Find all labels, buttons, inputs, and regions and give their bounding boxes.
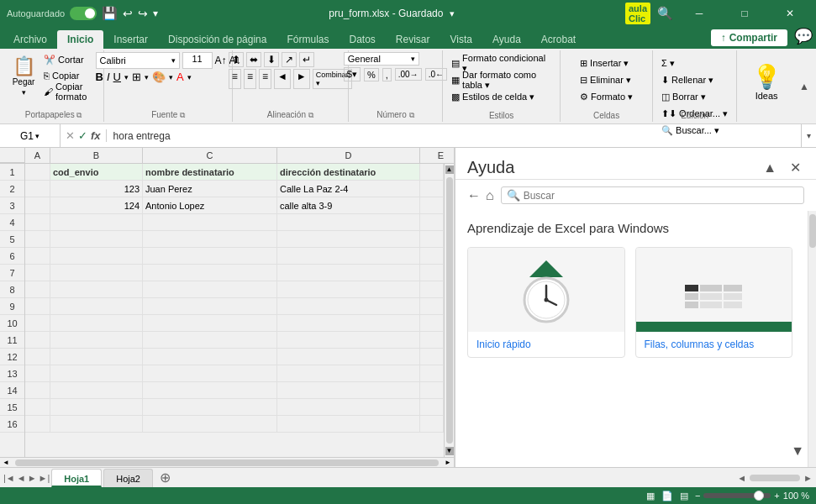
cell-b4[interactable] xyxy=(50,214,143,231)
minimize-button[interactable]: ─ xyxy=(680,0,719,27)
cell-d12[interactable] xyxy=(277,349,420,365)
cell-b16[interactable] xyxy=(50,416,143,433)
row-num-6[interactable]: 6 xyxy=(0,248,24,265)
paste-button[interactable]: 📋 Pegar ▾ xyxy=(8,52,39,101)
help-back-button[interactable]: ← xyxy=(467,188,481,203)
cell-e5[interactable] xyxy=(420,231,444,248)
save-icon[interactable]: 💾 xyxy=(102,6,118,21)
cell-d6[interactable] xyxy=(277,248,420,265)
numero-expand[interactable]: ⧉ xyxy=(409,111,414,119)
cell-a5[interactable] xyxy=(25,231,50,248)
vertical-scrollbar[interactable]: ▲ ▼ xyxy=(444,164,454,457)
cell-a13[interactable] xyxy=(25,365,50,382)
row-num-11[interactable]: 11 xyxy=(0,332,24,349)
align-center[interactable]: ≡ xyxy=(244,69,256,89)
cell-c14[interactable] xyxy=(143,382,277,399)
help-vertical-scrollbar[interactable] xyxy=(808,211,816,467)
italic-button[interactable]: I xyxy=(107,71,110,83)
h-scroll-thumb[interactable] xyxy=(15,459,439,466)
cell-d8[interactable] xyxy=(277,281,420,298)
cell-a11[interactable] xyxy=(25,332,50,349)
col-header-a[interactable]: A xyxy=(25,148,50,163)
cell-c15[interactable] xyxy=(143,399,277,416)
scroll-left-button[interactable]: ◄ xyxy=(0,459,12,466)
cell-b12[interactable] xyxy=(50,349,143,365)
wrap-text[interactable]: ↵ xyxy=(299,52,314,67)
cell-a9[interactable] xyxy=(25,298,50,315)
cell-a3[interactable] xyxy=(25,197,50,214)
autosave-toggle[interactable] xyxy=(70,7,97,20)
cut-button[interactable]: ✂️Cortar xyxy=(40,52,98,67)
cell-c2[interactable]: Juan Perez xyxy=(143,181,277,197)
scroll-down-button[interactable]: ▼ xyxy=(445,447,454,455)
cell-d11[interactable] xyxy=(277,332,420,349)
cell-b5[interactable] xyxy=(50,231,143,248)
align-left[interactable]: ≡ xyxy=(229,69,241,89)
tab-disposicion[interactable]: Disposición de página xyxy=(158,30,276,49)
cell-b13[interactable] xyxy=(50,365,143,382)
align-middle[interactable]: ⬌ xyxy=(246,52,261,67)
cell-b8[interactable] xyxy=(50,281,143,298)
cell-c1[interactable]: nombre destinatario xyxy=(143,164,277,181)
cell-d4[interactable] xyxy=(277,214,420,231)
cell-a2[interactable] xyxy=(25,181,50,197)
tab-formulas[interactable]: Fórmulas xyxy=(276,30,339,49)
cell-e15[interactable] xyxy=(420,399,444,416)
cell-a10[interactable] xyxy=(25,315,50,332)
tab-ayuda[interactable]: Ayuda xyxy=(482,30,531,49)
cell-e9[interactable] xyxy=(420,298,444,315)
fuente-expand[interactable]: ⧉ xyxy=(180,111,185,119)
cell-e16[interactable] xyxy=(420,416,444,433)
cell-d1[interactable]: dirección destinatario xyxy=(277,164,420,181)
number-format-selector[interactable]: General ▾ xyxy=(344,52,419,66)
col-header-d[interactable]: D xyxy=(277,148,420,163)
cell-d14[interactable] xyxy=(277,382,420,399)
cell-a7[interactable] xyxy=(25,265,50,281)
cell-d15[interactable] xyxy=(277,399,420,416)
fill-arrow[interactable]: ▾ xyxy=(169,73,173,81)
cell-b2[interactable]: 123 xyxy=(50,181,143,197)
percent-format[interactable]: % xyxy=(364,68,379,81)
border-arrow[interactable]: ▾ xyxy=(145,73,149,81)
row-num-9[interactable]: 9 xyxy=(0,298,24,315)
cell-d10[interactable] xyxy=(277,315,420,332)
cell-d16[interactable] xyxy=(277,416,420,433)
cell-e3[interactable] xyxy=(420,197,444,214)
normal-view-button[interactable]: ▦ xyxy=(646,491,655,501)
border-button[interactable]: ⊞ xyxy=(132,71,141,83)
cell-e11[interactable] xyxy=(420,332,444,349)
cell-a15[interactable] xyxy=(25,399,50,416)
font-color-button[interactable]: A xyxy=(176,71,184,83)
col-header-e[interactable]: E xyxy=(420,148,455,163)
font-size-selector[interactable]: 11 xyxy=(182,52,213,69)
col-header-b[interactable]: B xyxy=(50,148,143,163)
col-header-c[interactable]: C xyxy=(143,148,277,163)
cell-d9[interactable] xyxy=(277,298,420,315)
underline-button[interactable]: U xyxy=(113,71,121,83)
cell-b14[interactable] xyxy=(50,382,143,399)
font-selector[interactable]: Calibri ▾ xyxy=(96,52,180,69)
page-break-button[interactable]: ▤ xyxy=(680,491,688,501)
help-card-filas[interactable]: Filas, columnas y celdas xyxy=(635,247,793,358)
cell-c10[interactable] xyxy=(143,315,277,332)
cell-b3[interactable]: 124 xyxy=(50,197,143,214)
row-num-5[interactable]: 5 xyxy=(0,231,24,248)
row-num-12[interactable]: 12 xyxy=(0,349,24,365)
comments-button[interactable]: 💬 xyxy=(794,27,813,45)
row-num-14[interactable]: 14 xyxy=(0,382,24,399)
row-num-1[interactable]: 1 xyxy=(0,164,24,181)
help-scroll-thumb[interactable] xyxy=(809,214,816,248)
row-num-2[interactable]: 2 xyxy=(0,181,24,197)
fx-button[interactable]: fx xyxy=(91,129,101,142)
fill-color-button[interactable]: 🎨 xyxy=(152,71,166,83)
formula-expand-button[interactable]: ▾ xyxy=(801,124,816,147)
comma-format[interactable]: , xyxy=(382,68,392,81)
row-num-4[interactable]: 4 xyxy=(0,214,24,231)
sheet-first-button[interactable]: |◄ xyxy=(3,473,15,483)
close-button[interactable]: ✕ xyxy=(771,0,809,27)
cell-b15[interactable] xyxy=(50,399,143,416)
cell-b6[interactable] xyxy=(50,248,143,265)
search-icon[interactable]: 🔍 xyxy=(657,6,673,21)
cell-reference[interactable]: G1 ▾ xyxy=(0,124,61,147)
cell-d5[interactable] xyxy=(277,231,420,248)
